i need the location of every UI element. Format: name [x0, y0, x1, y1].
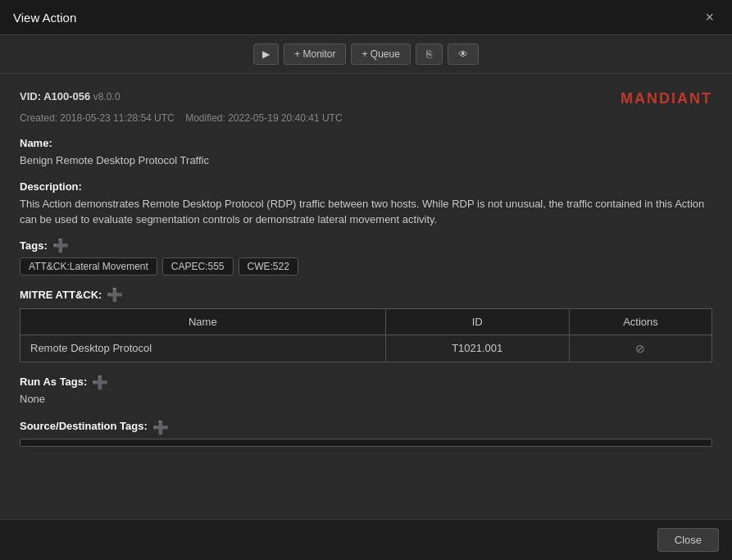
add-run-as-tag-button[interactable]: ➕ [92, 376, 108, 389]
mitre-label-text: MITRE ATT&CK: [20, 289, 102, 301]
row-action[interactable]: ⊘ [569, 335, 712, 362]
modal-title: View Action [13, 11, 76, 25]
tag-cwe: CWE:522 [239, 257, 298, 275]
mandiant-logo: MANDIANT [621, 90, 712, 107]
run-as-tags-header: Run As Tags: ➕ [20, 376, 712, 391]
vid-info: VID: A100-056 v8.0.0 [20, 90, 120, 102]
name-value: Benign Remote Desktop Protocol Traffic [20, 153, 712, 169]
modal-toolbar: ▶ + Monitor + Queue ⎘ 👁 [0, 35, 732, 74]
mitre-table: Name ID Actions Remote Desktop Protocol … [20, 308, 712, 362]
run-as-tags-value: None [20, 391, 712, 407]
description-value: This Action demonstrates Remote Desktop … [20, 196, 712, 228]
view-action-modal: View Action × ▶ + Monitor + Queue ⎘ 👁 VI… [0, 0, 732, 560]
vid-text: VID: A100-056 [20, 90, 90, 102]
mitre-table-header-row: Name ID Actions [20, 308, 712, 335]
tags-row: Tags: ➕ [20, 239, 712, 253]
col-actions: Actions [569, 308, 712, 335]
row-name: Remote Desktop Protocol [20, 335, 386, 362]
name-label: Name: [20, 137, 712, 149]
vid-version: v8.0.0 [93, 91, 120, 102]
play-icon: ▶ [262, 48, 270, 60]
src-dest-tags-header: Source/Destination Tags: ➕ [20, 420, 712, 435]
tag-att-ck: ATT&CK:Lateral Movement [20, 257, 157, 275]
add-mitre-button[interactable]: ➕ [107, 289, 123, 302]
row-id: T1021.001 [385, 335, 569, 362]
modal-footer: Close [0, 519, 732, 560]
src-dest-tags-section: Source/Destination Tags: ➕ [20, 420, 712, 447]
copy-button[interactable]: ⎘ [416, 43, 443, 65]
ban-icon: ⊘ [635, 342, 645, 355]
queue-button[interactable]: + Queue [351, 43, 410, 65]
mitre-label: MITRE ATT&CK: ➕ [20, 289, 712, 302]
col-name: Name [20, 308, 386, 335]
mitre-section: MITRE ATT&CK: ➕ Name ID Actions Remote D… [20, 289, 712, 362]
src-dest-tags-label: Source/Destination Tags: [20, 420, 148, 432]
modal-overlay: View Action × ▶ + Monitor + Queue ⎘ 👁 VI… [0, 0, 732, 560]
monitor-button[interactable]: + Monitor [284, 43, 346, 65]
eye-button[interactable]: 👁 [448, 43, 479, 65]
add-tag-button[interactable]: ➕ [52, 239, 69, 253]
src-dest-partial-content [20, 439, 712, 447]
modal-close-button[interactable]: × [700, 8, 719, 26]
vid-logo-row: VID: A100-056 v8.0.0 MANDIANT [20, 90, 712, 107]
play-button[interactable]: ▶ [253, 43, 279, 65]
tag-capec: CAPEC:555 [162, 257, 234, 275]
created-date: Created: 2018-05-23 11:28:54 UTC [20, 112, 175, 124]
add-src-dest-tag-button[interactable]: ➕ [152, 421, 169, 435]
mandiant-logo-text: M [621, 90, 634, 107]
close-footer-button[interactable]: Close [657, 528, 719, 552]
modal-body: VID: A100-056 v8.0.0 MANDIANT Created: 2… [0, 74, 732, 519]
tags-label: Tags: [20, 239, 48, 252]
tags-list: ATT&CK:Lateral Movement CAPEC:555 CWE:52… [20, 257, 712, 275]
dates-row: Created: 2018-05-23 11:28:54 UTC Modifie… [20, 112, 712, 124]
modal-header: View Action × [0, 0, 732, 35]
copy-icon: ⎘ [426, 48, 432, 60]
mandiant-logo-rest: ANDIANT [634, 90, 712, 107]
modified-date: Modified: 2022-05-19 20:40:41 UTC [185, 112, 342, 124]
run-as-tags-label: Run As Tags: [20, 376, 87, 388]
description-label: Description: [20, 180, 712, 193]
table-row: Remote Desktop Protocol T1021.001 ⊘ [20, 335, 712, 362]
run-as-tags-section: Run As Tags: ➕ None [20, 376, 712, 407]
eye-icon: 👁 [458, 48, 468, 60]
col-id: ID [385, 308, 569, 335]
